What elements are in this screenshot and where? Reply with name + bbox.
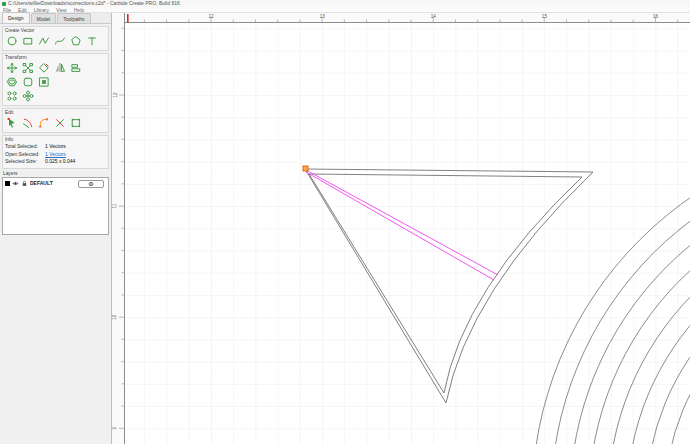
tool-trim-button[interactable]	[21, 116, 35, 129]
info-row: Open Selected:1 Vectors	[5, 151, 106, 159]
h-ruler-label: 14	[431, 14, 437, 19]
linear-array-icon	[6, 90, 18, 102]
info-row-label: Open Selected:	[5, 151, 45, 159]
layers-list: DEFAULT⚙	[2, 177, 109, 235]
curve-icon	[54, 35, 66, 47]
mirror-icon	[54, 62, 66, 74]
vertical-ruler: 1211109	[112, 13, 125, 444]
sidebar: DesignModelToolpaths Create VectorTransf…	[0, 13, 112, 444]
delete-icon	[54, 117, 66, 129]
info-row-value: 1 Vectors	[45, 143, 66, 151]
h-ruler-label: 16	[653, 14, 659, 19]
app-window: C:/Users/willie/Downloads/scorrections.c…	[0, 0, 690, 444]
inset-icon	[22, 76, 34, 88]
circle-icon	[6, 35, 18, 47]
tab-design[interactable]: Design	[2, 12, 30, 23]
layer-lock-icon[interactable]	[21, 180, 28, 187]
info-row-label: Total Selected:	[5, 143, 45, 151]
layer-color-swatch[interactable]	[5, 181, 10, 186]
tool-circular-array-button[interactable]	[21, 89, 35, 102]
v-ruler-label: 9	[113, 427, 118, 430]
tool-align-button[interactable]	[69, 61, 83, 74]
v-ruler-label: 11	[113, 203, 118, 208]
v-ruler-label: 12	[113, 92, 118, 98]
offset-icon	[6, 76, 18, 88]
layer-visibility-eye-icon[interactable]	[12, 180, 19, 187]
tool-node-edit-button[interactable]	[5, 116, 19, 129]
tool-text-button[interactable]	[85, 34, 99, 47]
edit-panel-label: Edit	[5, 110, 106, 115]
tool-boolean-button[interactable]	[69, 116, 83, 129]
tool-rotate-button[interactable]	[37, 61, 51, 74]
tool-offset-button[interactable]	[5, 75, 19, 88]
scale-icon	[22, 62, 34, 74]
tool-move-button[interactable]	[5, 61, 19, 74]
create-vector-panel: Create Vector	[2, 26, 109, 51]
tool-groups: Create VectorTransformEdit	[0, 26, 111, 133]
tab-model[interactable]: Model	[31, 13, 57, 23]
trim-icon	[22, 117, 34, 129]
layer-row[interactable]: DEFAULT⚙	[3, 178, 108, 189]
tool-curve-button[interactable]	[53, 34, 67, 47]
grid-background	[125, 23, 690, 444]
info-panel: Info Total Selected:1 VectorsOpen Select…	[2, 135, 109, 169]
menu-library[interactable]: Library	[34, 7, 49, 13]
layer-name: DEFAULT	[30, 180, 53, 186]
title-bar: C:/Users/willie/Downloads/scorrections.c…	[0, 0, 690, 7]
transform-panel: Transform	[2, 53, 109, 106]
node-edit-icon	[6, 117, 18, 129]
rectangle-icon	[22, 35, 34, 47]
text-icon	[86, 35, 98, 47]
layers-panel-label: Layers	[3, 171, 111, 176]
h-ruler-label: 13	[320, 14, 326, 19]
tab-bar: DesignModelToolpaths	[0, 13, 111, 24]
design-canvas[interactable]	[125, 23, 690, 444]
menu-view[interactable]: View	[56, 7, 67, 13]
clip-icon	[38, 76, 50, 88]
info-panel-label: Info	[5, 137, 106, 142]
move-icon	[6, 62, 18, 74]
h-ruler-label: 15	[542, 14, 548, 19]
info-row-value: 0.025 x 0.044	[45, 158, 75, 166]
horizontal-ruler: 1213141516	[125, 13, 690, 23]
create-vector-panel-label: Create Vector	[5, 28, 106, 33]
tool-scale-button[interactable]	[21, 61, 35, 74]
h-ruler-label: 12	[209, 14, 215, 19]
layer-settings-gear-button[interactable]: ⚙	[78, 180, 104, 188]
vector-start-point-marker[interactable]	[303, 166, 308, 171]
v-ruler-label: 10	[113, 314, 118, 320]
boolean-icon	[70, 117, 82, 129]
tool-mirror-button[interactable]	[53, 61, 67, 74]
rotate-icon	[38, 62, 50, 74]
tool-inset-button[interactable]	[21, 75, 35, 88]
tool-linear-array-button[interactable]	[5, 89, 19, 102]
edit-panel: Edit	[2, 108, 109, 133]
tab-toolpaths[interactable]: Toolpaths	[57, 13, 90, 23]
ruler-cursor-indicator	[127, 14, 129, 23]
info-row-label: Selected Size:	[5, 158, 45, 166]
fillet-icon	[38, 117, 50, 129]
tool-polyline-button[interactable]	[37, 34, 51, 47]
circular-array-icon	[22, 90, 34, 102]
tool-rectangle-button[interactable]	[21, 34, 35, 47]
align-icon	[70, 62, 82, 74]
menu-help[interactable]: Help	[74, 7, 84, 13]
polyline-icon	[38, 35, 50, 47]
tool-circle-button[interactable]	[5, 34, 19, 47]
tool-fillet-button[interactable]	[37, 116, 51, 129]
tool-polygon-button[interactable]	[69, 34, 83, 47]
info-row: Total Selected:1 Vectors	[5, 143, 106, 151]
tool-delete-button[interactable]	[53, 116, 67, 129]
transform-panel-label: Transform	[5, 55, 106, 60]
info-row: Selected Size:0.025 x 0.044	[5, 158, 106, 166]
polygon-icon	[70, 35, 82, 47]
app-logo-icon	[2, 2, 6, 6]
tool-clip-button[interactable]	[37, 75, 51, 88]
info-row-value-link[interactable]: 1 Vectors	[45, 151, 66, 159]
